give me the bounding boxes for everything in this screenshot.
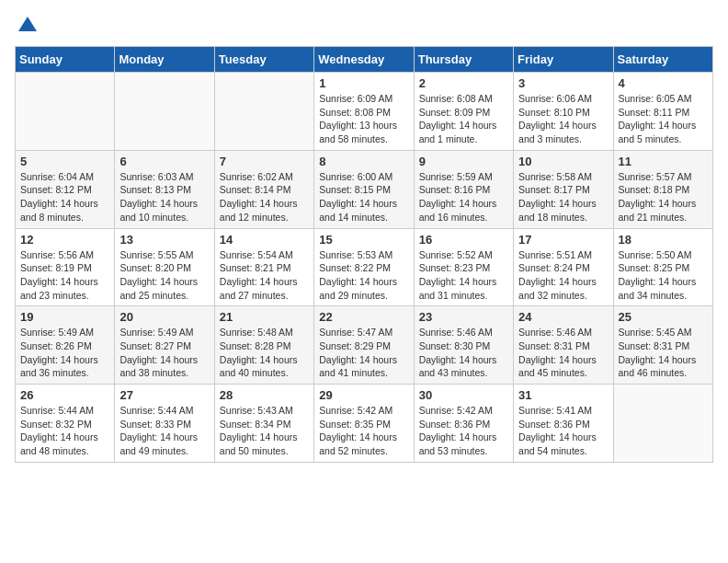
day-number: 7 [220, 155, 309, 168]
calendar-cell: 19Sunrise: 5:49 AMSunset: 8:26 PMDayligh… [16, 306, 115, 385]
weekday-header-wednesday: Wednesday [314, 47, 414, 73]
day-number: 16 [419, 233, 508, 247]
day-info: Sunrise: 5:59 AMSunset: 8:16 PMDaylight:… [419, 170, 508, 224]
day-number: 20 [119, 310, 209, 324]
calendar-cell: 2Sunrise: 6:08 AMSunset: 8:09 PMDaylight… [414, 73, 513, 151]
calendar-cell: 20Sunrise: 5:49 AMSunset: 8:27 PMDayligh… [115, 306, 214, 385]
calendar-cell: 30Sunrise: 5:42 AMSunset: 8:36 PMDayligh… [414, 385, 513, 463]
day-info: Sunrise: 5:43 AMSunset: 8:34 PMDaylight:… [220, 404, 309, 458]
day-info: Sunrise: 5:44 AMSunset: 8:32 PMDaylight:… [20, 404, 109, 458]
day-info: Sunrise: 5:54 AMSunset: 8:21 PMDaylight:… [220, 248, 309, 303]
day-number: 24 [518, 310, 608, 324]
day-number: 28 [220, 388, 309, 402]
calendar-cell: 13Sunrise: 5:55 AMSunset: 8:20 PMDayligh… [115, 228, 214, 306]
calendar-cell: 23Sunrise: 5:46 AMSunset: 8:30 PMDayligh… [414, 306, 513, 385]
logo-icon [17, 15, 39, 37]
weekday-header-sunday: Sunday [16, 47, 115, 73]
day-info: Sunrise: 5:44 AMSunset: 8:33 PMDaylight:… [119, 404, 209, 458]
calendar-cell: 14Sunrise: 5:54 AMSunset: 8:21 PMDayligh… [214, 228, 313, 306]
calendar-cell: 26Sunrise: 5:44 AMSunset: 8:32 PMDayligh… [16, 385, 115, 463]
day-number: 18 [619, 233, 708, 247]
day-info: Sunrise: 6:00 AMSunset: 8:15 PMDaylight:… [319, 170, 408, 224]
day-info: Sunrise: 6:06 AMSunset: 8:10 PMDaylight:… [518, 92, 608, 146]
calendar-week-4: 19Sunrise: 5:49 AMSunset: 8:26 PMDayligh… [16, 306, 713, 385]
day-number: 22 [319, 310, 408, 324]
day-number: 8 [319, 155, 408, 168]
day-info: Sunrise: 5:49 AMSunset: 8:27 PMDaylight:… [119, 326, 209, 380]
calendar-cell: 9Sunrise: 5:59 AMSunset: 8:16 PMDaylight… [414, 150, 513, 228]
weekday-header-saturday: Saturday [613, 47, 712, 73]
calendar-cell: 31Sunrise: 5:41 AMSunset: 8:36 PMDayligh… [514, 385, 613, 463]
day-number: 26 [20, 388, 109, 402]
day-number: 1 [319, 76, 408, 90]
day-info: Sunrise: 6:02 AMSunset: 8:14 PMDaylight:… [220, 170, 309, 224]
day-info: Sunrise: 5:42 AMSunset: 8:35 PMDaylight:… [319, 404, 408, 458]
weekday-header-monday: Monday [115, 47, 214, 73]
day-info: Sunrise: 5:46 AMSunset: 8:30 PMDaylight:… [419, 326, 508, 380]
day-info: Sunrise: 5:50 AMSunset: 8:25 PMDaylight:… [619, 248, 708, 303]
calendar-cell: 5Sunrise: 6:04 AMSunset: 8:12 PMDaylight… [16, 150, 115, 228]
day-info: Sunrise: 5:52 AMSunset: 8:23 PMDaylight:… [419, 248, 508, 303]
calendar-cell: 17Sunrise: 5:51 AMSunset: 8:24 PMDayligh… [514, 228, 613, 306]
calendar-cell [214, 73, 313, 151]
day-number: 2 [419, 76, 508, 90]
day-number: 25 [619, 310, 708, 324]
day-info: Sunrise: 5:47 AMSunset: 8:29 PMDaylight:… [319, 326, 408, 380]
calendar-cell: 22Sunrise: 5:47 AMSunset: 8:29 PMDayligh… [314, 306, 414, 385]
calendar-cell: 27Sunrise: 5:44 AMSunset: 8:33 PMDayligh… [115, 385, 214, 463]
calendar-week-1: 1Sunrise: 6:09 AMSunset: 8:08 PMDaylight… [16, 73, 713, 151]
calendar-cell [16, 73, 115, 151]
calendar-cell: 3Sunrise: 6:06 AMSunset: 8:10 PMDaylight… [514, 73, 613, 151]
calendar-cell: 1Sunrise: 6:09 AMSunset: 8:08 PMDaylight… [314, 73, 414, 151]
calendar-cell [115, 73, 214, 151]
calendar-cell: 11Sunrise: 5:57 AMSunset: 8:18 PMDayligh… [613, 150, 712, 228]
calendar-cell: 29Sunrise: 5:42 AMSunset: 8:35 PMDayligh… [314, 385, 414, 463]
day-number: 21 [220, 310, 309, 324]
day-info: Sunrise: 6:09 AMSunset: 8:08 PMDaylight:… [319, 92, 408, 146]
day-info: Sunrise: 5:51 AMSunset: 8:24 PMDaylight:… [518, 248, 608, 303]
day-number: 11 [619, 155, 708, 168]
calendar-cell [613, 385, 712, 463]
calendar-cell: 18Sunrise: 5:50 AMSunset: 8:25 PMDayligh… [613, 228, 712, 306]
day-number: 17 [518, 233, 608, 247]
day-info: Sunrise: 6:04 AMSunset: 8:12 PMDaylight:… [20, 170, 109, 224]
day-number: 12 [20, 233, 109, 247]
day-info: Sunrise: 5:48 AMSunset: 8:28 PMDaylight:… [220, 326, 309, 380]
weekday-header-tuesday: Tuesday [214, 47, 313, 73]
day-number: 3 [518, 76, 608, 90]
day-info: Sunrise: 5:58 AMSunset: 8:17 PMDaylight:… [518, 170, 608, 224]
day-number: 23 [419, 310, 508, 324]
calendar-week-5: 26Sunrise: 5:44 AMSunset: 8:32 PMDayligh… [16, 385, 713, 463]
calendar-week-2: 5Sunrise: 6:04 AMSunset: 8:12 PMDaylight… [16, 150, 713, 228]
day-number: 27 [119, 388, 209, 402]
calendar-cell: 12Sunrise: 5:56 AMSunset: 8:19 PMDayligh… [16, 228, 115, 306]
day-info: Sunrise: 5:45 AMSunset: 8:31 PMDaylight:… [619, 326, 708, 380]
calendar-cell: 8Sunrise: 6:00 AMSunset: 8:15 PMDaylight… [314, 150, 414, 228]
day-info: Sunrise: 6:08 AMSunset: 8:09 PMDaylight:… [419, 92, 508, 146]
calendar-cell: 15Sunrise: 5:53 AMSunset: 8:22 PMDayligh… [314, 228, 414, 306]
day-info: Sunrise: 5:46 AMSunset: 8:31 PMDaylight:… [518, 326, 608, 380]
day-number: 30 [419, 388, 508, 402]
day-number: 19 [20, 310, 109, 324]
calendar-cell: 16Sunrise: 5:52 AMSunset: 8:23 PMDayligh… [414, 228, 513, 306]
calendar-cell: 6Sunrise: 6:03 AMSunset: 8:13 PMDaylight… [115, 150, 214, 228]
day-number: 5 [20, 155, 109, 168]
day-number: 4 [619, 76, 708, 90]
day-info: Sunrise: 6:05 AMSunset: 8:11 PMDaylight:… [619, 92, 708, 146]
calendar-cell: 24Sunrise: 5:46 AMSunset: 8:31 PMDayligh… [514, 306, 613, 385]
weekday-header-friday: Friday [514, 47, 613, 73]
day-info: Sunrise: 5:42 AMSunset: 8:36 PMDaylight:… [419, 404, 508, 458]
calendar-table: SundayMondayTuesdayWednesdayThursdayFrid… [15, 46, 713, 463]
logo [15, 15, 39, 37]
calendar-week-3: 12Sunrise: 5:56 AMSunset: 8:19 PMDayligh… [16, 228, 713, 306]
day-info: Sunrise: 5:56 AMSunset: 8:19 PMDaylight:… [20, 248, 109, 303]
day-number: 31 [518, 388, 608, 402]
day-info: Sunrise: 5:41 AMSunset: 8:36 PMDaylight:… [518, 404, 608, 458]
day-number: 9 [419, 155, 508, 168]
calendar-cell: 21Sunrise: 5:48 AMSunset: 8:28 PMDayligh… [214, 306, 313, 385]
day-number: 29 [319, 388, 408, 402]
calendar-cell: 28Sunrise: 5:43 AMSunset: 8:34 PMDayligh… [214, 385, 313, 463]
calendar-cell: 7Sunrise: 6:02 AMSunset: 8:14 PMDaylight… [214, 150, 313, 228]
day-info: Sunrise: 5:57 AMSunset: 8:18 PMDaylight:… [619, 170, 708, 224]
day-number: 13 [119, 233, 209, 247]
